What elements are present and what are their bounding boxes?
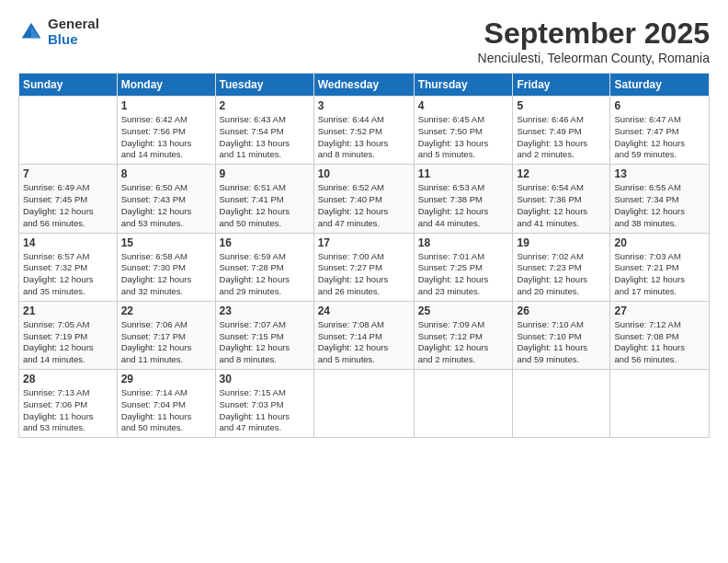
header-wednesday: Wednesday bbox=[313, 74, 414, 97]
day-number: 13 bbox=[614, 167, 705, 180]
calendar-cell: 7Sunrise: 6:49 AMSunset: 7:45 PMDaylight… bbox=[19, 165, 118, 233]
header: General Blue September 2025 Nenciulesti,… bbox=[18, 17, 710, 65]
header-friday: Friday bbox=[513, 74, 610, 97]
day-detail: Sunrise: 6:51 AMSunset: 7:41 PMDaylight:… bbox=[220, 182, 310, 229]
calendar-cell: 2Sunrise: 6:43 AMSunset: 7:54 PMDaylight… bbox=[215, 97, 313, 165]
calendar-cell: 30Sunrise: 7:15 AMSunset: 7:03 PMDayligh… bbox=[215, 370, 313, 438]
day-number: 23 bbox=[220, 304, 310, 317]
day-number: 12 bbox=[517, 167, 606, 180]
header-tuesday: Tuesday bbox=[215, 74, 313, 97]
day-detail: Sunrise: 7:06 AMSunset: 7:17 PMDaylight:… bbox=[121, 319, 211, 366]
calendar-header-row: Sunday Monday Tuesday Wednesday Thursday… bbox=[19, 74, 710, 97]
calendar-cell: 10Sunrise: 6:52 AMSunset: 7:40 PMDayligh… bbox=[313, 165, 414, 233]
day-detail: Sunrise: 7:15 AMSunset: 7:03 PMDaylight:… bbox=[220, 387, 310, 434]
calendar-cell: 11Sunrise: 6:53 AMSunset: 7:38 PMDayligh… bbox=[414, 165, 513, 233]
calendar-week-1: 1Sunrise: 6:42 AMSunset: 7:56 PMDaylight… bbox=[19, 97, 710, 165]
calendar-week-5: 28Sunrise: 7:13 AMSunset: 7:06 PMDayligh… bbox=[19, 370, 710, 438]
day-number: 20 bbox=[614, 236, 705, 249]
calendar-cell: 19Sunrise: 7:02 AMSunset: 7:23 PMDayligh… bbox=[513, 233, 610, 301]
day-number: 14 bbox=[23, 236, 113, 249]
day-detail: Sunrise: 7:01 AMSunset: 7:25 PMDaylight:… bbox=[418, 251, 509, 298]
day-detail: Sunrise: 6:47 AMSunset: 7:47 PMDaylight:… bbox=[614, 114, 705, 161]
day-detail: Sunrise: 7:13 AMSunset: 7:06 PMDaylight:… bbox=[23, 387, 113, 434]
logo-general: General bbox=[48, 17, 99, 32]
day-number: 2 bbox=[220, 99, 310, 112]
day-number: 4 bbox=[418, 99, 509, 112]
day-detail: Sunrise: 6:55 AMSunset: 7:34 PMDaylight:… bbox=[614, 182, 705, 229]
day-detail: Sunrise: 7:00 AMSunset: 7:27 PMDaylight:… bbox=[318, 251, 410, 298]
logo: General Blue bbox=[18, 17, 99, 47]
day-number: 6 bbox=[614, 99, 705, 112]
calendar-cell: 16Sunrise: 6:59 AMSunset: 7:28 PMDayligh… bbox=[215, 233, 313, 301]
calendar-cell: 17Sunrise: 7:00 AMSunset: 7:27 PMDayligh… bbox=[313, 233, 414, 301]
day-detail: Sunrise: 6:42 AMSunset: 7:56 PMDaylight:… bbox=[121, 114, 211, 161]
day-detail: Sunrise: 6:45 AMSunset: 7:50 PMDaylight:… bbox=[418, 114, 509, 161]
calendar-cell: 24Sunrise: 7:08 AMSunset: 7:14 PMDayligh… bbox=[313, 301, 414, 369]
day-detail: Sunrise: 6:59 AMSunset: 7:28 PMDaylight:… bbox=[220, 251, 310, 298]
calendar-week-3: 14Sunrise: 6:57 AMSunset: 7:32 PMDayligh… bbox=[19, 233, 710, 301]
logo-text: General Blue bbox=[48, 17, 99, 47]
day-detail: Sunrise: 6:57 AMSunset: 7:32 PMDaylight:… bbox=[23, 251, 113, 298]
logo-blue: Blue bbox=[48, 32, 99, 48]
calendar-week-4: 21Sunrise: 7:05 AMSunset: 7:19 PMDayligh… bbox=[19, 301, 710, 369]
day-number: 22 bbox=[121, 304, 211, 317]
day-number: 15 bbox=[121, 236, 211, 249]
calendar-cell: 13Sunrise: 6:55 AMSunset: 7:34 PMDayligh… bbox=[610, 165, 710, 233]
day-number: 28 bbox=[23, 373, 113, 385]
day-detail: Sunrise: 6:43 AMSunset: 7:54 PMDaylight:… bbox=[220, 114, 310, 161]
day-detail: Sunrise: 6:44 AMSunset: 7:52 PMDaylight:… bbox=[318, 114, 410, 161]
calendar-cell: 1Sunrise: 6:42 AMSunset: 7:56 PMDaylight… bbox=[117, 97, 215, 165]
day-detail: Sunrise: 7:10 AMSunset: 7:10 PMDaylight:… bbox=[517, 319, 606, 366]
day-number: 18 bbox=[418, 236, 509, 249]
day-number: 10 bbox=[318, 167, 410, 180]
day-detail: Sunrise: 7:09 AMSunset: 7:12 PMDaylight:… bbox=[418, 319, 509, 366]
header-saturday: Saturday bbox=[610, 74, 710, 97]
header-sunday: Sunday bbox=[19, 74, 118, 97]
day-number: 25 bbox=[418, 304, 509, 317]
calendar-cell: 29Sunrise: 7:14 AMSunset: 7:04 PMDayligh… bbox=[117, 370, 215, 438]
calendar-cell: 25Sunrise: 7:09 AMSunset: 7:12 PMDayligh… bbox=[414, 301, 513, 369]
day-detail: Sunrise: 7:07 AMSunset: 7:15 PMDaylight:… bbox=[220, 319, 310, 366]
day-number: 9 bbox=[220, 167, 310, 180]
header-thursday: Thursday bbox=[414, 74, 513, 97]
calendar-cell bbox=[313, 370, 414, 438]
calendar-cell: 18Sunrise: 7:01 AMSunset: 7:25 PMDayligh… bbox=[414, 233, 513, 301]
day-detail: Sunrise: 7:02 AMSunset: 7:23 PMDaylight:… bbox=[517, 251, 606, 298]
calendar-cell: 6Sunrise: 6:47 AMSunset: 7:47 PMDaylight… bbox=[610, 97, 710, 165]
day-detail: Sunrise: 7:14 AMSunset: 7:04 PMDaylight:… bbox=[121, 387, 211, 434]
calendar-cell: 5Sunrise: 6:46 AMSunset: 7:49 PMDaylight… bbox=[513, 97, 610, 165]
calendar-cell: 22Sunrise: 7:06 AMSunset: 7:17 PMDayligh… bbox=[117, 301, 215, 369]
calendar-cell: 26Sunrise: 7:10 AMSunset: 7:10 PMDayligh… bbox=[513, 301, 610, 369]
day-number: 21 bbox=[23, 304, 113, 317]
calendar-cell bbox=[513, 370, 610, 438]
day-number: 8 bbox=[121, 167, 211, 180]
title-block: September 2025 Nenciulesti, Teleorman Co… bbox=[478, 17, 710, 65]
calendar-cell: 12Sunrise: 6:54 AMSunset: 7:36 PMDayligh… bbox=[513, 165, 610, 233]
header-monday: Monday bbox=[117, 74, 215, 97]
calendar-cell: 9Sunrise: 6:51 AMSunset: 7:41 PMDaylight… bbox=[215, 165, 313, 233]
day-detail: Sunrise: 6:58 AMSunset: 7:30 PMDaylight:… bbox=[121, 251, 211, 298]
day-number: 19 bbox=[517, 236, 606, 249]
calendar-cell bbox=[19, 97, 118, 165]
day-detail: Sunrise: 6:49 AMSunset: 7:45 PMDaylight:… bbox=[23, 182, 113, 229]
logo-icon bbox=[18, 19, 44, 45]
day-detail: Sunrise: 7:12 AMSunset: 7:08 PMDaylight:… bbox=[614, 319, 705, 366]
calendar-cell bbox=[414, 370, 513, 438]
day-number: 1 bbox=[121, 99, 211, 112]
day-detail: Sunrise: 6:54 AMSunset: 7:36 PMDaylight:… bbox=[517, 182, 606, 229]
calendar-cell: 28Sunrise: 7:13 AMSunset: 7:06 PMDayligh… bbox=[19, 370, 118, 438]
day-detail: Sunrise: 6:52 AMSunset: 7:40 PMDaylight:… bbox=[318, 182, 410, 229]
subtitle: Nenciulesti, Teleorman County, Romania bbox=[478, 51, 710, 65]
day-number: 27 bbox=[614, 304, 705, 317]
calendar-cell: 3Sunrise: 6:44 AMSunset: 7:52 PMDaylight… bbox=[313, 97, 414, 165]
calendar-cell: 20Sunrise: 7:03 AMSunset: 7:21 PMDayligh… bbox=[610, 233, 710, 301]
day-detail: Sunrise: 6:53 AMSunset: 7:38 PMDaylight:… bbox=[418, 182, 509, 229]
day-number: 16 bbox=[220, 236, 310, 249]
calendar-table: Sunday Monday Tuesday Wednesday Thursday… bbox=[18, 73, 710, 438]
day-number: 24 bbox=[318, 304, 410, 317]
calendar-cell: 4Sunrise: 6:45 AMSunset: 7:50 PMDaylight… bbox=[414, 97, 513, 165]
day-detail: Sunrise: 6:50 AMSunset: 7:43 PMDaylight:… bbox=[121, 182, 211, 229]
day-number: 5 bbox=[517, 99, 606, 112]
day-number: 7 bbox=[23, 167, 113, 180]
day-detail: Sunrise: 7:08 AMSunset: 7:14 PMDaylight:… bbox=[318, 319, 410, 366]
